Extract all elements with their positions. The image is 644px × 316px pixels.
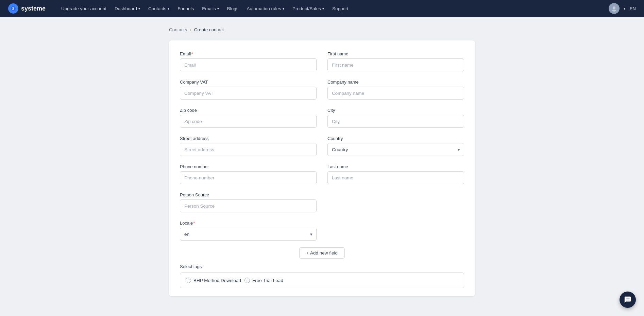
person-source-input[interactable] — [180, 199, 317, 212]
brand-icon: S — [8, 3, 18, 14]
locale-group: Locale* en fr de es — [180, 221, 317, 241]
last-name-label: Last name — [327, 164, 464, 169]
nav-contacts[interactable]: Contacts ▾ — [145, 4, 173, 13]
main-content: Contacts › Create contact Email* First n… — [162, 17, 482, 306]
breadcrumb: Contacts › Create contact — [169, 27, 475, 32]
add-new-field-button[interactable]: + Add new field — [299, 247, 345, 259]
nav-upgrade[interactable]: Upgrade your account — [58, 4, 110, 13]
country-select-wrapper: Country — [327, 143, 464, 156]
first-name-group: First name — [327, 51, 464, 71]
company-vat-group: Company VAT — [180, 80, 317, 100]
locale-select[interactable]: en fr de es — [180, 228, 317, 241]
phone-number-label: Phone number — [180, 164, 317, 169]
select-tags-section: Select tags BHP Method Download Free Tri… — [180, 264, 464, 288]
nav-support[interactable]: Support — [329, 4, 352, 13]
person-source-group: Person Source — [180, 192, 317, 212]
nav-dashboard[interactable]: Dashboard ▾ — [111, 4, 143, 13]
chat-bubble-button[interactable] — [620, 292, 636, 308]
tag-radio-free-trial — [244, 278, 250, 283]
nav-emails[interactable]: Emails ▾ — [199, 4, 222, 13]
avatar[interactable] — [609, 3, 620, 14]
locale-label: Locale* — [180, 221, 317, 226]
lang-badge[interactable]: EN — [630, 6, 636, 11]
email-input[interactable] — [180, 58, 317, 71]
street-address-input[interactable] — [180, 143, 317, 156]
brand-logo[interactable]: S systeme — [8, 3, 46, 14]
street-address-label: Street address — [180, 136, 317, 141]
country-label: Country — [327, 136, 464, 141]
nav-product-sales[interactable]: Product/Sales ▾ — [289, 4, 327, 13]
brand-name: systeme — [21, 5, 46, 12]
country-group: Country Country — [327, 136, 464, 156]
company-vat-label: Company VAT — [180, 80, 317, 85]
zip-code-group: Zip code — [180, 108, 317, 128]
tag-radio-bhp — [186, 278, 191, 283]
company-vat-input[interactable] — [180, 87, 317, 100]
svg-text:S: S — [12, 7, 15, 11]
tags-container: BHP Method Download Free Trial Lead — [180, 273, 464, 288]
required-marker: * — [191, 51, 193, 56]
zip-code-label: Zip code — [180, 108, 317, 113]
breadcrumb-separator: › — [190, 27, 191, 32]
nav-automation[interactable]: Automation rules ▾ — [243, 4, 288, 13]
phone-number-group: Phone number — [180, 164, 317, 184]
add-field-row: + Add new field — [180, 247, 464, 259]
locale-select-wrapper: en fr de es — [180, 228, 317, 241]
chevron-down-icon: ▾ — [322, 7, 324, 11]
chevron-down-icon: ▾ — [168, 7, 169, 11]
required-marker: * — [193, 221, 195, 226]
nav-right: ▾ EN — [609, 3, 636, 14]
zip-code-input[interactable] — [180, 115, 317, 128]
person-source-label: Person Source — [180, 192, 317, 197]
tag-label-bhp: BHP Method Download — [193, 278, 241, 283]
chat-icon — [624, 296, 631, 303]
nav-blogs[interactable]: Blogs — [224, 4, 242, 13]
country-select[interactable]: Country — [327, 143, 464, 156]
chevron-down-icon: ▾ — [217, 7, 219, 11]
company-name-input[interactable] — [327, 87, 464, 100]
chevron-down-icon: ▾ — [283, 7, 284, 11]
email-group: Email* — [180, 51, 317, 71]
chevron-down-icon: ▾ — [138, 7, 140, 11]
last-name-group: Last name — [327, 164, 464, 184]
tag-label-free-trial: Free Trial Lead — [252, 278, 283, 283]
navbar: S systeme Upgrade your account Dashboard… — [0, 0, 644, 17]
select-tags-label: Select tags — [180, 264, 464, 269]
city-label: City — [327, 108, 464, 113]
first-name-label: First name — [327, 51, 464, 56]
phone-number-input[interactable] — [180, 171, 317, 184]
tag-bhp-method-download[interactable]: BHP Method Download — [186, 278, 241, 283]
breadcrumb-parent[interactable]: Contacts — [169, 27, 187, 32]
svg-point-2 — [613, 6, 615, 9]
street-address-group: Street address — [180, 136, 317, 156]
nav-links: Upgrade your account Dashboard ▾ Contact… — [58, 4, 600, 13]
form-grid: Email* First name Company VAT Company na… — [180, 51, 464, 241]
svg-point-3 — [612, 10, 616, 12]
tag-free-trial-lead[interactable]: Free Trial Lead — [244, 278, 283, 283]
last-name-input[interactable] — [327, 171, 464, 184]
avatar-chevron-icon: ▾ — [624, 6, 626, 11]
first-name-input[interactable] — [327, 58, 464, 71]
company-name-group: Company name — [327, 80, 464, 100]
email-label: Email* — [180, 51, 317, 56]
nav-funnels[interactable]: Funnels — [174, 4, 197, 13]
company-name-label: Company name — [327, 80, 464, 85]
breadcrumb-current: Create contact — [194, 27, 224, 32]
city-group: City — [327, 108, 464, 128]
city-input[interactable] — [327, 115, 464, 128]
create-contact-form: Email* First name Company VAT Company na… — [169, 40, 475, 296]
